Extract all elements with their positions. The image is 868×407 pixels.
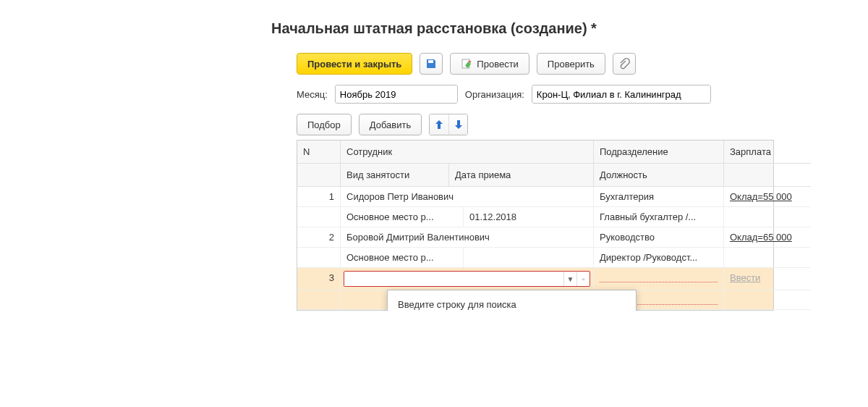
cell-position: Главный бухгалтер /... bbox=[594, 207, 724, 227]
save-button[interactable] bbox=[420, 53, 443, 75]
attach-button[interactable] bbox=[613, 53, 636, 75]
table-subrow[interactable]: Основное место р... Директор /Руководст.… bbox=[297, 248, 773, 268]
cell-salary[interactable]: Оклад=55 000 bbox=[730, 191, 792, 202]
cell-hire-date bbox=[464, 248, 594, 268]
table-toolbar: Подбор Добавить bbox=[297, 114, 774, 135]
grid-subheader: Вид занятости Дата приема Должность bbox=[297, 164, 773, 187]
col-employment-type: Вид занятости bbox=[341, 164, 449, 187]
cell-salary[interactable]: Оклад=65 000 bbox=[730, 232, 792, 243]
add-button[interactable]: Добавить bbox=[359, 114, 422, 135]
pick-button[interactable]: Подбор bbox=[297, 114, 352, 135]
check-button[interactable]: Проверить bbox=[537, 53, 605, 75]
cell-n: 3 bbox=[297, 268, 341, 290]
sub-empty2 bbox=[724, 248, 811, 268]
month-field[interactable]: ▲ ▼ bbox=[335, 85, 458, 104]
col-salary: Зарплата bbox=[724, 140, 811, 164]
arrow-down-icon bbox=[454, 119, 463, 130]
cell-n: 2 bbox=[297, 227, 341, 248]
sub-empty2 bbox=[724, 164, 811, 187]
cell-employee: Боровой Дмитрий Валентинович bbox=[341, 227, 594, 248]
cell-hire-date: 01.12.2018 bbox=[464, 207, 594, 227]
col-position: Должность bbox=[594, 164, 724, 187]
col-dept: Подразделение bbox=[594, 140, 724, 164]
cell-dept: Руководство bbox=[594, 227, 724, 248]
month-label: Месяц: bbox=[297, 89, 328, 100]
cell-salary-enter[interactable]: Ввести bbox=[730, 272, 760, 283]
cell-employment-type: Основное место р... bbox=[341, 248, 464, 268]
post-and-close-button[interactable]: Провести и закрыть bbox=[297, 53, 412, 75]
sub-empty2 bbox=[724, 290, 811, 310]
sub-empty bbox=[297, 248, 341, 268]
sub-empty bbox=[297, 207, 341, 227]
cell-employee: Сидоров Петр Иванович bbox=[341, 187, 594, 207]
cell-employment-type: Основное место р... bbox=[341, 207, 464, 227]
dropdown-button[interactable]: ▼ bbox=[563, 272, 576, 286]
sub-empty2 bbox=[724, 207, 811, 227]
employee-lookup-field[interactable]: ▼ ▫ bbox=[344, 271, 590, 287]
page-title: Начальная штатная расстановка (создание)… bbox=[94, 20, 774, 37]
move-down-button[interactable] bbox=[448, 114, 467, 135]
post-button-label: Провести bbox=[477, 59, 519, 70]
month-input[interactable] bbox=[336, 85, 458, 103]
org-input[interactable] bbox=[532, 85, 710, 103]
table-row[interactable]: 1 Сидоров Петр Иванович Бухгалтерия Окла… bbox=[297, 187, 773, 207]
col-employee: Сотрудник bbox=[341, 140, 594, 164]
move-up-button[interactable] bbox=[430, 114, 448, 135]
open-button[interactable]: ▫ bbox=[576, 272, 590, 286]
arrow-up-icon bbox=[435, 119, 443, 130]
cell-employee-edit[interactable]: ▼ ▫ Введите строку для поиска Нажмите По… bbox=[341, 268, 594, 290]
chevron-down-icon: ▼ bbox=[567, 275, 574, 283]
move-buttons bbox=[429, 114, 468, 135]
table-subrow[interactable]: Основное место р... 01.12.2018 Главный б… bbox=[297, 207, 773, 227]
post-button[interactable]: Провести bbox=[450, 53, 529, 75]
post-icon bbox=[461, 58, 472, 70]
grid-header: N Сотрудник Подразделение Зарплата bbox=[297, 140, 773, 164]
sub-empty bbox=[297, 164, 341, 187]
org-field[interactable] bbox=[532, 85, 711, 104]
cell-dept-edit[interactable] bbox=[594, 268, 724, 290]
popup-search-hint: Введите строку для поиска bbox=[398, 299, 626, 310]
cell-n: 1 bbox=[297, 187, 341, 207]
col-hire-date: Дата приема bbox=[449, 164, 594, 187]
table-row[interactable]: 2 Боровой Дмитрий Валентинович Руководст… bbox=[297, 227, 773, 248]
cell-dept: Бухгалтерия bbox=[594, 187, 724, 207]
diskette-icon bbox=[425, 58, 437, 70]
table-row-active[interactable]: 3 ▼ ▫ Введите строку для поиска Нажм bbox=[297, 268, 773, 290]
lookup-popup: Введите строку для поиска Нажмите Показа… bbox=[387, 290, 637, 311]
sub-empty bbox=[297, 290, 341, 310]
employee-lookup-input[interactable] bbox=[344, 272, 563, 286]
open-icon: ▫ bbox=[582, 275, 585, 283]
toolbar: Провести и закрыть Провести Проверить bbox=[297, 53, 774, 75]
paperclip-icon bbox=[618, 58, 630, 70]
cell-position: Директор /Руководст... bbox=[594, 248, 724, 268]
staff-grid: N Сотрудник Подразделение Зарплата Вид з… bbox=[297, 140, 774, 311]
col-n: N bbox=[297, 140, 341, 164]
form-row: Месяц: ▲ ▼ Организация: bbox=[297, 85, 774, 104]
org-label: Организация: bbox=[465, 89, 524, 100]
